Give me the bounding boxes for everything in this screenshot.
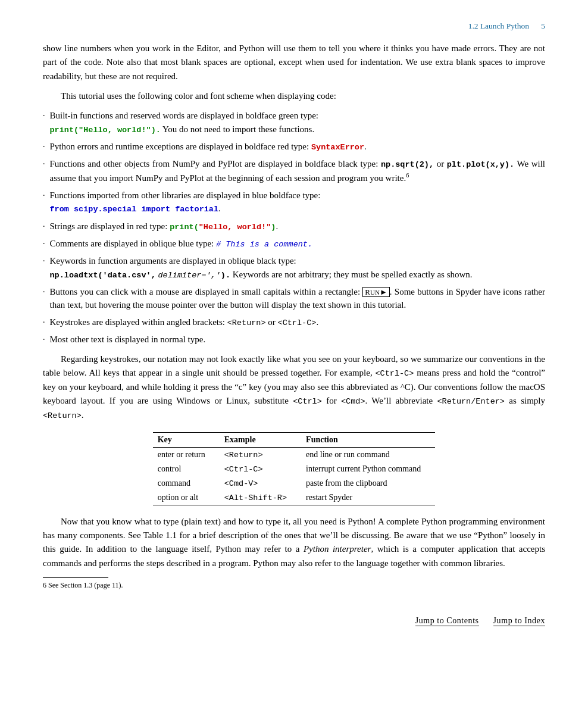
jump-to-index-link[interactable]: Jump to Index <box>493 616 545 626</box>
page: 1.2 Launch Python 5 show line numbers wh… <box>0 0 588 644</box>
table-row: command <Cmd-V> paste from the clipboard <box>153 476 436 491</box>
key-example: <Cmd-V> <box>220 476 301 491</box>
jump-to-contents-link[interactable]: Jump to Contents <box>415 616 479 626</box>
bullet-content: Buttons you can click with a mouse are d… <box>50 285 546 312</box>
bullet-content: Functions and other objects from NumPy a… <box>50 157 546 185</box>
bullet-content: Strings are displayed in red type: print… <box>50 220 546 233</box>
key-name: enter or return <box>153 447 220 462</box>
footnote-divider <box>43 577 108 578</box>
table-header-row: Key Example Function <box>153 432 436 447</box>
intro-sentence: This tutorial uses the following color a… <box>43 89 545 103</box>
key-function: restart Spyder <box>301 491 435 505</box>
bullet-icon: · <box>43 110 45 122</box>
list-item: · Functions imported from other librarie… <box>43 189 545 216</box>
bullet-icon: · <box>43 333 45 346</box>
list-item: · Strings are displayed in red type: pri… <box>43 220 545 233</box>
page-footer: Jump to Contents Jump to Index <box>415 616 545 626</box>
table-body: enter or return <Return> end line or run… <box>153 447 436 505</box>
bullet-content: Built-in functions and reserved words ar… <box>50 109 546 136</box>
code-comment: # This is a comment. <box>216 240 312 249</box>
code-keyword-italic: delimiter=',' <box>158 271 220 280</box>
kbd-cell: <Alt-Shift-R> <box>224 493 287 502</box>
code-keyword-end: ). <box>221 271 230 280</box>
bullet-content: Keystrokes are displayed within angled b… <box>50 315 546 329</box>
bullet-icon: · <box>43 316 45 329</box>
kbd-return-enter: <Return/Enter> <box>437 397 505 406</box>
list-item: · Functions and other objects from NumPy… <box>43 157 545 185</box>
page-number: 5 <box>541 21 545 30</box>
key-table: Key Example Function enter or return <Re… <box>153 432 436 505</box>
list-item: · Buttons you can click with a mouse are… <box>43 285 545 312</box>
bullet-content: Python errors and runtime exceptions are… <box>50 140 546 154</box>
code-blue: from scipy.special import factorial <box>50 205 219 214</box>
table-header: Key Example Function <box>153 432 436 447</box>
footnote-ref: 6 <box>406 172 409 179</box>
list-item: · Most other text is displayed in normal… <box>43 333 545 346</box>
page-header: 1.2 Launch Python 5 <box>43 21 545 31</box>
kbd-cell: <Ctrl-C> <box>224 465 263 474</box>
bullet-icon: · <box>43 158 45 170</box>
footnote: 6 See Section 1.3 (page 11). <box>43 580 545 591</box>
key-name: command <box>153 476 220 491</box>
col-example: Example <box>220 432 301 447</box>
key-example: <Return> <box>220 447 301 462</box>
bullet-icon: · <box>43 238 45 250</box>
key-function: interrupt current Python command <box>301 462 435 476</box>
list-item: · Keywords in function arguments are dis… <box>43 254 545 282</box>
key-example: <Ctrl-C> <box>220 462 301 476</box>
key-name: option or alt <box>153 491 220 505</box>
bullet-content: Most other text is displayed in normal t… <box>50 333 546 346</box>
col-key: Key <box>153 432 220 447</box>
kbd-cell: <Cmd-V> <box>224 479 258 488</box>
list-item: · Keystrokes are displayed within angled… <box>43 315 545 329</box>
list-item: · Comments are displayed in oblique blue… <box>43 237 545 251</box>
col-function: Function <box>301 432 435 447</box>
key-example: <Alt-Shift-R> <box>220 491 301 505</box>
bullet-icon: · <box>43 286 45 298</box>
kbd-return-simple: <Return> <box>43 411 82 420</box>
key-name: control <box>153 462 220 476</box>
key-function: paste from the clipboard <box>301 476 435 491</box>
opening-paragraph: show line numbers when you work in the E… <box>43 42 545 83</box>
kbd-return: <Return> <box>227 318 266 327</box>
bullet-icon: · <box>43 255 45 267</box>
key-function: end line or run command <box>301 447 435 462</box>
run-button-example: RUN► <box>362 287 389 298</box>
bullet-icon: · <box>43 189 45 202</box>
bullet-content: Functions imported from other libraries … <box>50 189 546 216</box>
list-item: · Python errors and runtime exceptions a… <box>43 140 545 154</box>
bullet-content: Comments are displayed in oblique blue t… <box>50 237 546 251</box>
italic-interpreter: Python interpreter <box>304 544 371 554</box>
code-black2: plt.plot(x,y). <box>447 160 514 169</box>
table-row: control <Ctrl-C> interrupt current Pytho… <box>153 462 436 476</box>
final-paragraph: Now that you know what to type (plain te… <box>43 515 545 570</box>
code-red-string: print("Hello, world!") <box>170 223 276 232</box>
code-keyword-bold: np.loadtxt('data.csv', <box>50 271 156 280</box>
kbd-cmd: <Cmd> <box>341 397 365 406</box>
code-black: np.sqrt(2), <box>381 160 434 169</box>
bullet-content: Keywords in function arguments are displ… <box>50 254 546 282</box>
kbd-example: <Ctrl-C> <box>376 369 414 378</box>
bullet-icon: · <box>43 140 45 153</box>
table-row: option or alt <Alt-Shift-R> restart Spyd… <box>153 491 436 505</box>
code-green: print("Hello, world!"). <box>50 126 161 135</box>
kbd-cell: <Return> <box>224 451 263 460</box>
bullet-icon: · <box>43 220 45 233</box>
kbd-ctrl-c: <Ctrl-C> <box>278 318 317 327</box>
kbd-ctrl: <Ctrl> <box>293 397 322 406</box>
section-label: 1.2 Launch Python <box>468 21 529 30</box>
code-red: SyntaxError <box>311 143 364 152</box>
table-row: enter or return <Return> end line or run… <box>153 447 436 462</box>
bullet-list: · Built-in functions and reserved words … <box>43 109 545 346</box>
list-item: · Built-in functions and reserved words … <box>43 109 545 136</box>
keystrokes-paragraph: Regarding keystrokes, our notation may n… <box>43 352 545 423</box>
